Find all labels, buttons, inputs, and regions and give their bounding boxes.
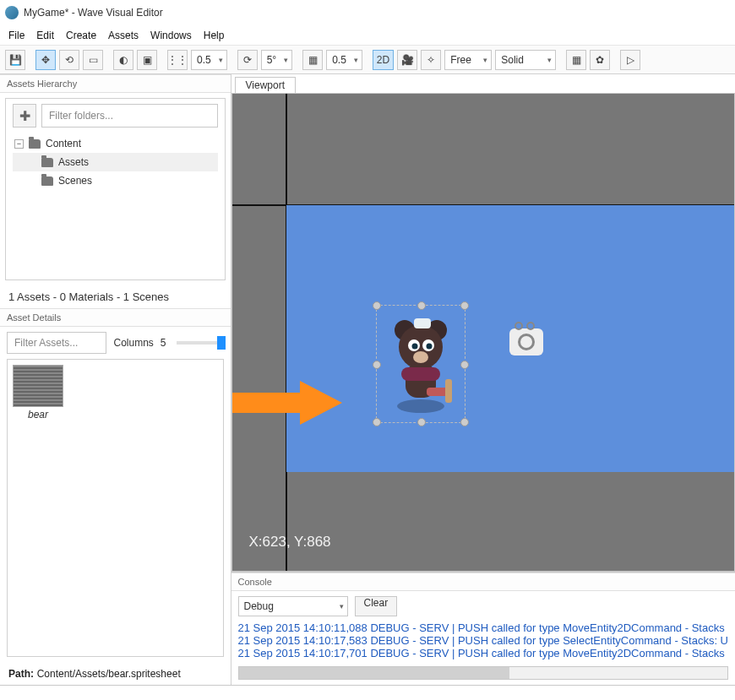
asset-details-panel: Filter Assets... Columns 5 bear Path: Co… <box>0 327 231 685</box>
menu-windows[interactable]: Windows <box>150 30 192 41</box>
menu-edit[interactable]: Edit <box>36 30 54 41</box>
tree-root[interactable]: − Content <box>13 134 218 153</box>
columns-value: 5 <box>161 337 166 349</box>
assets-hierarchy-panel: ✚ Filter folders... − Content Assets Sce… <box>5 98 226 280</box>
console-level-dropdown[interactable]: Debug <box>238 596 348 616</box>
snap-move-value[interactable]: 0.5 <box>191 50 227 70</box>
asset-item[interactable]: bear <box>13 365 63 421</box>
snap-scale-value[interactable]: 0.5 <box>326 50 362 70</box>
folder-tree: − Content Assets Scenes <box>13 134 218 190</box>
path-label: Path: <box>8 668 34 680</box>
viewport[interactable]: X:623, Y:868 <box>231 93 735 572</box>
title-bar: MyGame* - Wave Visual Editor <box>0 0 735 25</box>
scale-tool-button[interactable]: ▭ <box>83 50 103 70</box>
menu-help[interactable]: Help <box>204 30 225 41</box>
pivot-button[interactable]: ▣ <box>137 50 157 70</box>
menu-assets[interactable]: Assets <box>108 30 139 41</box>
tree-child-assets[interactable]: Assets <box>13 153 218 171</box>
resize-handle[interactable] <box>417 418 426 426</box>
asset-name: bear <box>13 409 63 421</box>
camera-icon-button[interactable]: 🎥 <box>397 50 417 70</box>
columns-label: Columns <box>113 337 153 349</box>
console-header: Console <box>231 572 735 591</box>
menu-file[interactable]: File <box>8 30 24 41</box>
resize-handle[interactable] <box>460 361 469 369</box>
resize-handle[interactable] <box>460 418 469 426</box>
menu-bar: File Edit Create Assets Windows Help <box>0 25 735 46</box>
snap-move-button[interactable]: ⋮⋮ <box>167 50 188 70</box>
scrollbar-thumb[interactable] <box>239 667 509 679</box>
asset-path: Path: Content/Assets/bear.spritesheet <box>0 662 231 685</box>
move-tool-button[interactable]: ✥ <box>35 50 56 70</box>
snap-rotate-button[interactable]: ⟳ <box>237 50 258 70</box>
resize-handle[interactable] <box>373 361 381 369</box>
camera-mode-dropdown[interactable]: Free <box>444 50 492 70</box>
window-title: MyGame* - Wave Visual Editor <box>24 7 163 19</box>
console-panel: Console Debug Clear 21 Sep 2015 14:10:11… <box>231 572 735 685</box>
grid-button[interactable]: ▦ <box>566 50 586 70</box>
globe-button[interactable]: ◐ <box>113 50 133 70</box>
save-button[interactable]: 💾 <box>5 50 25 70</box>
filter-assets-input[interactable]: Filter Assets... <box>7 332 106 354</box>
collapse-icon[interactable]: − <box>14 139 24 149</box>
console-line: 21 Sep 2015 14:10:17,701 DEBUG - SERV | … <box>238 647 728 659</box>
assets-grid: bear <box>7 359 224 657</box>
menu-create[interactable]: Create <box>66 30 96 41</box>
resize-handle[interactable] <box>417 301 426 310</box>
hierarchy-status: 1 Assets - 0 Materials - 1 Scenes <box>0 285 231 308</box>
tree-root-label: Content <box>46 138 81 149</box>
path-value: Content/Assets/bear.spritesheet <box>37 668 181 680</box>
coord-readout: X:623, Y:868 <box>249 534 331 551</box>
app-logo-icon <box>5 6 19 19</box>
console-output: 21 Sep 2015 14:10:11,088 DEBUG - SERV | … <box>231 621 735 663</box>
camera-gizmo-icon[interactable] <box>509 328 543 355</box>
gizmo-button[interactable]: ✧ <box>421 50 441 70</box>
view-2d-button[interactable]: 2D <box>373 50 394 70</box>
viewport-tab[interactable]: Viewport <box>235 77 296 93</box>
columns-slider[interactable] <box>177 341 224 345</box>
filter-folders-input[interactable]: Filter folders... <box>41 104 218 128</box>
resize-handle[interactable] <box>373 301 381 310</box>
snap-rotate-value[interactable]: 5° <box>261 50 292 70</box>
snap-scale-button[interactable]: ▦ <box>302 50 323 70</box>
left-panel: Assets Hierarchy ✚ Filter folders... − C… <box>0 74 231 685</box>
asset-details-header: Asset Details <box>0 308 231 327</box>
resize-handle[interactable] <box>373 418 381 426</box>
right-panel: Viewport <box>231 74 735 685</box>
tree-child-label: Scenes <box>58 175 92 187</box>
status-bar <box>0 685 735 700</box>
tree-child-label: Assets <box>58 156 89 168</box>
play-button[interactable]: ▷ <box>620 50 640 70</box>
toolbar: 💾 ✥ ⟲ ▭ ◐ ▣ ⋮⋮ 0.5 ⟳ 5° ▦ 0.5 2D 🎥 ✧ Fre… <box>0 46 735 74</box>
console-line: 21 Sep 2015 14:10:11,088 DEBUG - SERV | … <box>238 621 728 634</box>
console-scrollbar[interactable] <box>238 666 728 680</box>
clear-button[interactable]: Clear <box>355 596 398 616</box>
asset-thumbnail <box>13 365 63 407</box>
add-folder-button[interactable]: ✚ <box>13 104 36 128</box>
console-line: 21 Sep 2015 14:10:17,583 DEBUG - SERV | … <box>238 634 728 647</box>
folder-icon <box>41 176 53 186</box>
folder-icon <box>29 139 41 149</box>
tree-child-scenes[interactable]: Scenes <box>13 171 218 190</box>
render-mode-dropdown[interactable]: Solid <box>495 50 556 70</box>
slider-thumb[interactable] <box>217 336 226 350</box>
rotate-tool-button[interactable]: ⟲ <box>59 50 79 70</box>
settings-button[interactable]: ✿ <box>590 50 610 70</box>
selection-box[interactable] <box>376 305 466 423</box>
folder-icon <box>41 158 53 167</box>
assets-hierarchy-header: Assets Hierarchy <box>0 74 231 93</box>
resize-handle[interactable] <box>460 301 469 310</box>
